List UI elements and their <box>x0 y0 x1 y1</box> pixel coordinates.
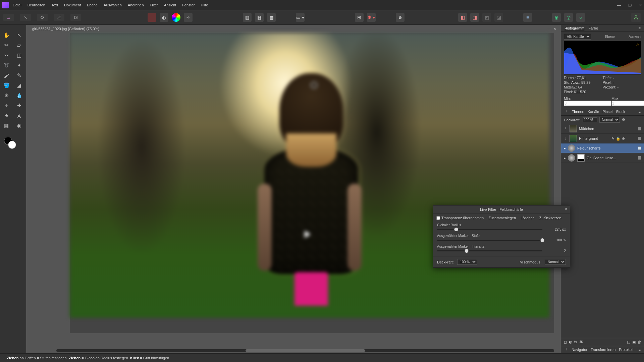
tab-protokoll[interactable]: Protokoll <box>619 348 633 352</box>
hand-tool-icon[interactable]: ✋ <box>0 30 13 40</box>
menu-fenster[interactable]: Fenster <box>182 3 195 7</box>
add-pixel-icon[interactable]: ▣ <box>632 340 636 344</box>
persona-photo-icon[interactable] <box>3 14 14 21</box>
visibility-toggle[interactable]: ⋮ <box>564 136 568 141</box>
merge-button[interactable]: Zusammenlegen <box>488 216 516 220</box>
persona-develop-icon[interactable] <box>37 14 48 21</box>
align-left-icon[interactable]: ▥ <box>243 13 252 22</box>
layer-visible-checkbox[interactable] <box>638 156 641 160</box>
magic-wand-icon[interactable]: ✦ <box>13 60 25 70</box>
order-up-icon[interactable]: ◩ <box>482 13 491 22</box>
tab-histogramm[interactable]: Histogramm <box>565 26 584 30</box>
color-wheel-icon[interactable] <box>172 13 180 22</box>
transparency-checkbox[interactable]: Transparenz übernehmen <box>436 216 484 220</box>
move-tool-icon[interactable]: ↖ <box>13 30 25 40</box>
heal-tool-icon[interactable]: ✚ <box>13 101 25 111</box>
lock-icon[interactable]: 🔒 <box>616 136 621 141</box>
layer-row-hintergrund[interactable]: ⋮ Hintergrund ✎🔒⊘ <box>561 134 644 143</box>
dialog-close-icon[interactable]: × <box>565 207 567 211</box>
delete-layer-icon[interactable]: 🗑 <box>638 340 641 344</box>
gradient-tool-icon[interactable]: ◢ <box>13 80 25 90</box>
order-down-icon[interactable]: ◪ <box>494 13 503 22</box>
document-tab[interactable]: girl-535251_1920.jpg [Geändert] (75,0%) <box>32 25 99 33</box>
insert-target-icon[interactable]: ◉ <box>552 13 561 22</box>
layer-visible-checkbox[interactable] <box>638 146 641 150</box>
align-grid-icon[interactable]: ▩ <box>267 13 276 22</box>
tab-navigator[interactable]: Navigator <box>572 348 587 352</box>
menu-dokument[interactable]: Dokument <box>64 3 81 7</box>
account-icon[interactable] <box>631 13 641 22</box>
persona-liquify-icon[interactable] <box>20 14 31 21</box>
tab-transformieren[interactable]: Transformieren <box>591 348 615 352</box>
histo-max-input[interactable] <box>611 101 644 106</box>
edit-icon[interactable]: ✎ <box>611 136 614 141</box>
histo-auswahl-button[interactable]: Auswahl <box>629 35 641 39</box>
menu-bearbeiten[interactable]: Bearbeiten <box>28 3 45 7</box>
layer-mask-thumb[interactable] <box>577 154 585 162</box>
adjustment-icon[interactable]: ◐ <box>569 340 572 344</box>
canvas[interactable] <box>70 33 554 333</box>
panel-menu-icon[interactable]: ≡ <box>639 26 641 30</box>
tab-stock[interactable]: Stock <box>616 110 625 114</box>
window-minimize-icon[interactable]: — <box>617 3 621 7</box>
document-close-icon[interactable]: × <box>553 26 556 31</box>
histo-ebene-button[interactable]: Ebene <box>605 35 615 39</box>
reset-button[interactable]: Zurücksetzen <box>539 216 561 220</box>
menu-text[interactable]: Text <box>51 3 58 7</box>
autolevels-icon[interactable]: ◐ <box>160 13 168 22</box>
layer-visible-checkbox[interactable] <box>638 137 641 140</box>
expand-toggle-icon[interactable]: ▸ <box>564 146 566 150</box>
fx-icon[interactable]: fx <box>574 340 577 344</box>
selection-brush-icon[interactable]: 〰 <box>0 50 13 60</box>
expand-toggle-icon[interactable]: ▸ <box>564 156 566 160</box>
preview-dropdown[interactable]: ▭ ▾ <box>296 13 305 22</box>
live-filter-icon[interactable]: ⌘ <box>579 340 583 344</box>
marker-intensity-slider[interactable] <box>437 250 542 251</box>
crop-tool-icon[interactable]: ✂ <box>0 40 13 50</box>
window-close-icon[interactable]: ✕ <box>639 3 642 7</box>
arrange-icon[interactable]: ⊞ <box>355 13 364 22</box>
menu-hilfe[interactable]: Hilfe <box>201 3 208 7</box>
layer-extra-icon[interactable]: ⚙ <box>622 118 625 122</box>
panel-menu-icon[interactable]: ≡ <box>639 348 641 352</box>
layer-opacity-input[interactable] <box>583 117 597 122</box>
visibility-toggle[interactable]: ⋮ <box>564 127 568 131</box>
distribute-icon[interactable]: ≡ <box>523 13 532 22</box>
mask-layer-icon[interactable]: ◻ <box>564 340 567 344</box>
menu-ansicht[interactable]: Ansicht <box>164 3 176 7</box>
swatch-red-icon[interactable] <box>148 13 156 22</box>
clone-tool-icon[interactable]: ⌖ <box>0 101 13 111</box>
color-swatches[interactable] <box>4 137 16 149</box>
dialog-titlebar[interactable]: Live-Filter - Feldunschärfe × <box>433 205 570 214</box>
paintbrush-icon[interactable]: 🖌 <box>0 70 13 80</box>
marquee-tool-icon[interactable]: ◫ <box>13 50 25 60</box>
background-color[interactable] <box>8 141 16 149</box>
insert-behind-icon[interactable]: ○ <box>576 13 585 22</box>
layer-row-feldunschaerfe[interactable]: ▸ Feldunschärfe <box>561 143 644 153</box>
histo-min-input[interactable] <box>564 101 611 106</box>
link-icon[interactable]: ⊘ <box>622 136 625 141</box>
live-filter-dialog[interactable]: Live-Filter - Feldunschärfe × Transparen… <box>433 205 570 268</box>
mesh-tool-icon[interactable]: ▦ <box>0 121 13 131</box>
dialog-blend-select[interactable]: Normal <box>545 259 566 265</box>
menu-ebene[interactable]: Ebene <box>87 3 98 7</box>
insert-inside-icon[interactable]: ◎ <box>564 13 573 22</box>
pencil-tool-icon[interactable]: ✎ <box>13 70 25 80</box>
layers-menu-icon[interactable]: ≡ <box>639 110 641 114</box>
menu-auswaehlen[interactable]: Auswählen <box>104 3 122 7</box>
marker-level-slider[interactable] <box>437 240 542 241</box>
global-radius-slider[interactable] <box>437 229 542 230</box>
horizontal-scrollbar[interactable] <box>56 349 554 352</box>
send-back-icon[interactable]: ◨ <box>470 13 479 22</box>
shape-tool-icon[interactable]: ★ <box>0 111 13 121</box>
persona-export-icon[interactable] <box>70 14 81 21</box>
dialog-opacity-select[interactable]: 100 % <box>457 259 477 265</box>
text-tool-icon[interactable]: A <box>13 111 25 121</box>
fill-tool-icon[interactable]: 🪣 <box>0 80 13 90</box>
window-maximize-icon[interactable]: ▢ <box>628 3 632 7</box>
blur-tool-icon[interactable]: 💧 <box>13 90 25 101</box>
blend-mode-select[interactable]: Normal <box>599 117 620 123</box>
delete-button[interactable]: Löschen <box>521 216 535 220</box>
tab-farbe[interactable]: Farbe <box>588 26 598 30</box>
lasso-tool-icon[interactable]: ➰ <box>0 60 13 70</box>
